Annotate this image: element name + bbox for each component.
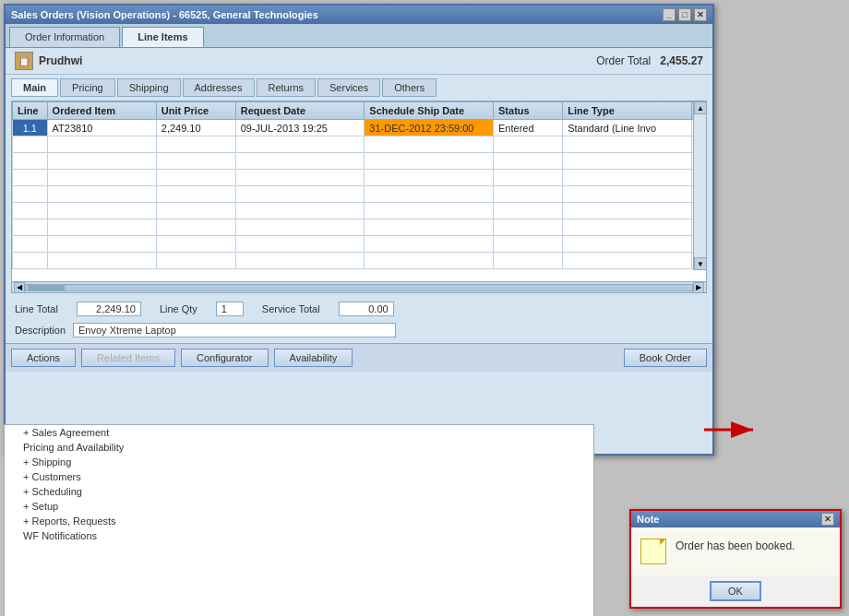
cell-ordered-item[interactable]: AT23810 xyxy=(47,120,156,136)
description-row: Description Envoy Xtreme Laptop xyxy=(6,321,712,343)
table-row xyxy=(13,253,706,269)
tab-line-items[interactable]: Line Items xyxy=(122,27,203,47)
tab-order-information[interactable]: Order Information xyxy=(9,27,120,47)
vertical-scrollbar[interactable]: ▲ ▼ xyxy=(693,101,706,270)
h-scroll-thumb xyxy=(28,285,65,290)
description-label: Description xyxy=(15,325,66,336)
related-items-button[interactable]: Related Items xyxy=(81,349,175,367)
col-request-date: Request Date xyxy=(235,102,365,120)
tab-addresses[interactable]: Addresses xyxy=(183,78,255,97)
nav-scheduling[interactable]: + Scheduling xyxy=(5,484,593,499)
note-message: Order has been booked. xyxy=(676,539,795,554)
scroll-up-button[interactable]: ▲ xyxy=(694,101,706,114)
note-content: Order has been booked. xyxy=(631,527,840,575)
scroll-right-button[interactable]: ▶ xyxy=(693,282,704,293)
nav-sales-agreement[interactable]: + Sales Agreement xyxy=(5,425,593,440)
top-tabs: Order Information Line Items xyxy=(6,24,712,48)
col-status: Status xyxy=(494,102,563,120)
table-row xyxy=(13,170,706,186)
cell-line: 1.1 xyxy=(13,120,48,136)
line-qty-label: Line Qty xyxy=(160,303,197,314)
table-row xyxy=(13,236,706,253)
nav-panel: + Sales Agreement Pricing and Availabili… xyxy=(4,424,594,616)
table-row xyxy=(13,153,706,170)
maximize-button[interactable]: □ xyxy=(678,8,691,21)
service-total-value: 0.00 xyxy=(339,302,394,316)
window-title: Sales Orders (Vision Operations) - 66525… xyxy=(11,9,318,20)
user-icon: 📋 xyxy=(15,52,33,70)
title-bar: Sales Orders (Vision Operations) - 66525… xyxy=(6,6,712,24)
tab-others[interactable]: Others xyxy=(382,78,436,97)
availability-button[interactable]: Availability xyxy=(274,349,353,367)
cell-schedule-ship-date[interactable]: 31-DEC-2012 23:59:00 xyxy=(365,120,494,136)
tab-shipping[interactable]: Shipping xyxy=(117,78,181,97)
order-total-value: 2,455.27 xyxy=(660,54,703,67)
title-controls: _ □ ✕ xyxy=(663,8,707,21)
h-scroll-track xyxy=(25,284,693,291)
description-value[interactable]: Envoy Xtreme Laptop xyxy=(73,323,396,338)
cell-unit-price[interactable]: 2,249.10 xyxy=(156,120,235,136)
nav-setup[interactable]: + Setup xyxy=(5,499,593,514)
arrow-indicator xyxy=(700,413,764,445)
nav-customers[interactable]: + Customers xyxy=(5,469,593,484)
note-ok-button[interactable]: OK xyxy=(710,581,761,601)
col-line-type: Line Type xyxy=(563,102,692,120)
col-line: Line xyxy=(13,102,48,120)
col-unit-price: Unit Price xyxy=(156,102,235,120)
minimize-button[interactable]: _ xyxy=(663,8,676,21)
actions-button[interactable]: Actions xyxy=(11,349,76,367)
table-row xyxy=(13,203,706,219)
nav-shipping[interactable]: + Shipping xyxy=(5,455,593,469)
col-ordered-item: Ordered Item xyxy=(47,102,156,120)
note-title-bar: Note ✕ xyxy=(631,511,840,527)
scroll-left-button[interactable]: ◀ xyxy=(14,282,25,293)
configurator-button[interactable]: Configurator xyxy=(181,349,269,367)
cell-request-date[interactable]: 09-JUL-2013 19:25 xyxy=(235,120,365,136)
line-items-table: Line Ordered Item Unit Price Request Dat… xyxy=(11,101,707,293)
note-close-button[interactable]: ✕ xyxy=(821,513,834,526)
nav-pricing-availability[interactable]: Pricing and Availability xyxy=(5,440,593,455)
main-window: Sales Orders (Vision Operations) - 66525… xyxy=(4,4,714,456)
footer-info: Line Total 2,249.10 Line Qty 1 Service T… xyxy=(6,297,712,321)
order-total-label: Order Total xyxy=(596,54,651,67)
cell-status[interactable]: Entered xyxy=(494,120,563,136)
note-footer: OK xyxy=(631,575,840,607)
line-total-label: Line Total xyxy=(15,303,58,314)
table-scroll-area[interactable]: Line Ordered Item Unit Price Request Dat… xyxy=(12,101,706,270)
horizontal-scrollbar[interactable]: ◀ ▶ xyxy=(12,281,706,292)
data-table: Line Ordered Item Unit Price Request Dat… xyxy=(12,101,706,269)
note-sticky-icon xyxy=(640,539,666,564)
note-title: Note xyxy=(637,514,659,525)
scroll-down-button[interactable]: ▼ xyxy=(694,257,706,270)
inner-tabs: Main Pricing Shipping Addresses Returns … xyxy=(6,75,712,97)
service-total-label: Service Total xyxy=(262,303,320,314)
table-row xyxy=(13,219,706,236)
close-button[interactable]: ✕ xyxy=(694,8,707,21)
book-order-button[interactable]: Book Order xyxy=(624,349,707,367)
tab-returns[interactable]: Returns xyxy=(257,78,317,97)
bottom-buttons: Actions Related Items Configurator Avail… xyxy=(6,343,712,372)
header-row: 📋 Prudhwi Order Total 2,455.27 xyxy=(6,48,712,75)
table-row[interactable]: 1.1 AT23810 2,249.10 09-JUL-2013 19:25 3… xyxy=(13,120,706,136)
col-schedule-ship-date: Schedule Ship Date xyxy=(365,102,494,120)
user-name: Prudhwi xyxy=(39,54,82,67)
cell-line-type[interactable]: Standard (Line Invo xyxy=(563,120,692,136)
line-qty-value: 1 xyxy=(216,302,244,316)
tab-services[interactable]: Services xyxy=(317,78,380,97)
tab-pricing[interactable]: Pricing xyxy=(60,78,115,97)
table-row xyxy=(13,186,706,203)
nav-reports[interactable]: + Reports, Requests xyxy=(5,514,593,528)
tab-main[interactable]: Main xyxy=(11,78,58,97)
table-row xyxy=(13,136,706,153)
scroll-track xyxy=(694,114,706,257)
nav-wf-notifications[interactable]: WF Notifications xyxy=(5,528,593,543)
line-total-value: 2,249.10 xyxy=(77,302,141,316)
note-dialog: Note ✕ Order has been booked. OK xyxy=(629,509,842,609)
